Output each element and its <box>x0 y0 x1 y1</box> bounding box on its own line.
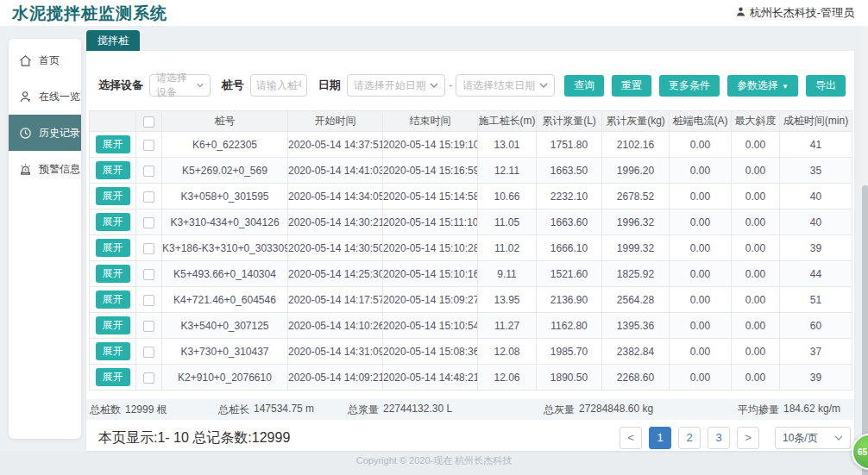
table-cell: 0.00 <box>732 184 780 209</box>
reset-button[interactable]: 重置 <box>612 75 651 97</box>
expand-button[interactable]: 展开 <box>96 135 130 153</box>
user-icon <box>735 6 746 20</box>
chevron-down-icon <box>197 83 204 88</box>
pile-no-input[interactable] <box>250 74 307 97</box>
table-cell: 60 <box>780 313 852 339</box>
sidebar-item-history[interactable]: 历史记录 <box>9 115 81 151</box>
column-header: 桩号 <box>162 111 288 132</box>
table-cell: 2020-05-14 14:17:57 <box>288 287 383 313</box>
table-cell: 1985.70 <box>537 339 602 365</box>
scrollbar-thumb[interactable] <box>862 185 868 475</box>
row-checkbox[interactable] <box>143 295 154 306</box>
expand-button[interactable]: 展开 <box>96 265 130 283</box>
table-row: 展开K3+186-K3+310+0_3033092020-05-14 14:30… <box>90 235 852 261</box>
page-button-3[interactable]: 3 <box>708 427 730 449</box>
next-page-button[interactable]: > <box>737 427 759 449</box>
expand-button[interactable]: 展开 <box>96 239 130 257</box>
table-cell: 51 <box>780 287 852 313</box>
expand-button[interactable]: 展开 <box>96 187 130 205</box>
table-cell: 2102.16 <box>602 132 670 158</box>
table-cell: 2020-05-14 14:30:50 <box>288 235 383 261</box>
row-checkbox[interactable] <box>143 166 154 177</box>
row-checkbox[interactable] <box>143 140 154 151</box>
table-cell: K3+186-K3+310+0_303309 <box>162 235 288 261</box>
column-header: 施工桩长(m) <box>478 111 537 132</box>
sidebar-item-label: 首页 <box>39 53 60 68</box>
expand-button[interactable]: 展开 <box>96 291 130 309</box>
row-checkbox[interactable] <box>143 321 154 332</box>
summary-total-length: 总桩长147534.75 m <box>218 403 348 417</box>
table-cell: 12.06 <box>478 365 537 391</box>
table-cell: 1825.92 <box>602 261 670 287</box>
content-panel: 选择设备 请选择设备 桩号 日期 请选择开始日期 - 请选择结束日期 查询 重置… <box>86 51 854 451</box>
table-cell: 11.27 <box>478 313 537 339</box>
table-cell: K3+058+0_301595 <box>162 184 288 209</box>
export-button[interactable]: 导出 <box>806 75 846 97</box>
expand-button[interactable]: 展开 <box>96 368 130 386</box>
prev-page-button[interactable]: < <box>620 427 642 449</box>
page-button-2[interactable]: 2 <box>678 427 701 449</box>
table-cell: 0.00 <box>732 132 780 158</box>
table-cell: K5+269.02+0_569 <box>162 158 288 184</box>
table-cell: 2020-05-14 14:25:30 <box>288 261 383 287</box>
tab-mixing-pile[interactable]: 搅拌桩 <box>86 30 140 51</box>
row-checkbox[interactable] <box>143 217 154 228</box>
table-row: 展开K3+058+0_3015952020-05-14 14:34:052020… <box>90 184 852 209</box>
table-cell: 0.00 <box>732 209 780 235</box>
expand-button[interactable]: 展开 <box>96 342 130 360</box>
table-cell: 1162.80 <box>537 313 602 339</box>
sidebar-item-home[interactable]: 首页 <box>9 42 81 78</box>
sidebar-item-alerts[interactable]: 预警信息 <box>9 151 81 187</box>
table-cell: K5+493.66+0_140304 <box>162 261 288 287</box>
column-header: 开始时间 <box>288 111 383 132</box>
device-select[interactable]: 请选择设备 <box>149 74 211 97</box>
row-checkbox[interactable] <box>143 191 154 203</box>
select-all-checkbox[interactable] <box>143 116 154 128</box>
expand-button[interactable]: 展开 <box>96 213 130 231</box>
table-cell: 1663.60 <box>537 209 602 235</box>
table-cell: 2020-05-14 14:09:21 <box>288 365 383 391</box>
table-cell: K3+730+0_310437 <box>162 339 288 365</box>
table-cell: 35 <box>780 158 852 184</box>
table-cell: 1890.50 <box>537 365 602 391</box>
table-cell: 39 <box>780 235 852 261</box>
table-cell: 11.02 <box>478 235 537 261</box>
table-cell: 0.00 <box>670 235 732 261</box>
table-cell: 2020-05-14 14:10:26 <box>288 313 383 339</box>
sidebar-item-label: 在线一览 <box>39 90 80 104</box>
query-button[interactable]: 查询 <box>564 75 604 97</box>
row-checkbox[interactable] <box>143 269 154 280</box>
date-range-separator: - <box>449 79 452 91</box>
more-conditions-button[interactable]: 更多条件 <box>659 75 720 97</box>
table-cell: 1996.32 <box>602 209 670 235</box>
table-cell: 12.11 <box>478 158 537 184</box>
scrollbar-track[interactable] <box>862 26 868 475</box>
table-cell: 2382.84 <box>602 339 670 365</box>
table-cell: 2020-05-14 15:19:10 <box>383 132 478 158</box>
row-checkbox[interactable] <box>143 243 154 254</box>
expand-button[interactable]: 展开 <box>96 316 130 334</box>
table-cell: 0.00 <box>670 339 732 365</box>
column-header: 最大斜度 <box>732 111 780 132</box>
table-cell: 2020-05-14 15:11:10 <box>383 209 478 235</box>
expand-button[interactable]: 展开 <box>96 161 130 179</box>
row-checkbox[interactable] <box>143 347 154 358</box>
end-date-select[interactable]: 请选择结束日期 <box>456 74 555 97</box>
sidebar-item-online[interactable]: 在线一览 <box>9 78 81 115</box>
footer: Copyright © 2020-现在 杭州长杰科技 <box>0 451 868 475</box>
top-bar: 水泥搅拌桩监测系统 杭州长杰科技-管理员 <box>0 0 868 26</box>
page-size-select[interactable]: 10条/页 <box>775 427 851 449</box>
start-date-select[interactable]: 请选择开始日期 <box>347 74 446 97</box>
table-cell: 0.00 <box>732 235 780 261</box>
table-cell: 1395.36 <box>602 313 670 339</box>
table-header-row: 桩号 开始时间 结束时间 施工桩长(m) 累计浆量(L) 累计灰量(kg) 桩端… <box>90 111 852 132</box>
row-checkbox[interactable] <box>143 372 154 384</box>
user-menu[interactable]: 杭州长杰科技-管理员 <box>735 0 854 26</box>
table-cell: 2020-05-14 15:10:16 <box>383 261 478 287</box>
table-cell: 1999.32 <box>602 235 670 261</box>
date-label: 日期 <box>318 78 341 93</box>
page-button-1[interactable]: 1 <box>649 427 671 449</box>
param-select-button[interactable]: 参数选择▼ <box>727 75 798 97</box>
table-cell: 2020-05-14 14:34:05 <box>288 184 383 209</box>
table-cell: 2020-05-14 15:10:54 <box>383 313 478 339</box>
